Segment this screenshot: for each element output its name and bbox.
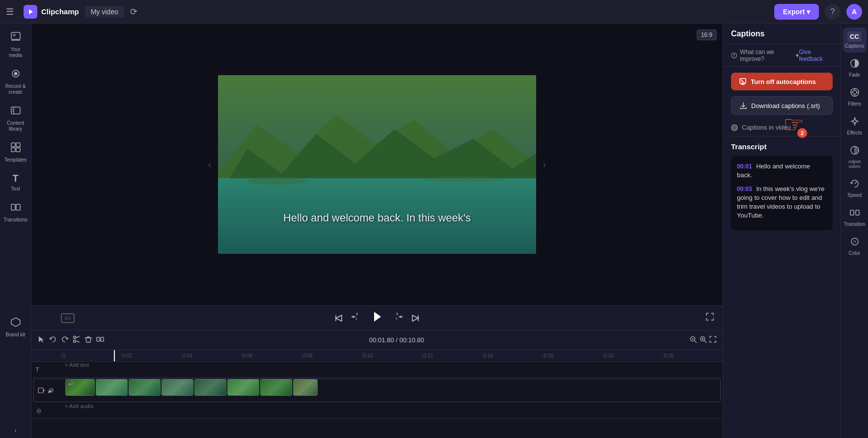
svg-text:5: 5: [355, 317, 357, 320]
transitions-label: Transitions: [3, 217, 27, 223]
text-icon: T: [12, 173, 18, 184]
text-track-row: T + Add text: [31, 362, 723, 378]
transcript-title: Transcript: [731, 142, 833, 151]
add-audio-button[interactable]: + Add audio: [61, 403, 97, 409]
sidebar-expand[interactable]: ›: [15, 427, 17, 434]
undo-button[interactable]: [49, 335, 57, 345]
text-track-content[interactable]: + Add text: [61, 362, 723, 377]
video-clip-7[interactable]: [293, 379, 318, 396]
download-captions-button[interactable]: Download captions (.srt): [731, 96, 833, 115]
play-button[interactable]: [370, 310, 384, 327]
redo-button[interactable]: [61, 335, 69, 345]
filters-icon: [850, 87, 860, 100]
video-clip-6[interactable]: [260, 379, 292, 396]
video-clip-4[interactable]: [194, 379, 226, 396]
rt-item-speed[interactable]: Speed: [843, 175, 867, 202]
video-track-content: 🔊: [63, 379, 720, 402]
project-name[interactable]: My video: [85, 6, 124, 18]
ruler-mark-10: 0:20: [662, 353, 723, 358]
svg-point-21: [247, 177, 306, 185]
far-right-toolbar: CC Captions Fade Filters Effects: [841, 24, 868, 438]
feedback-label: What can we improve?: [740, 49, 793, 62]
skip-back-button[interactable]: [334, 313, 344, 323]
give-feedback-link[interactable]: Give feedback: [799, 49, 833, 62]
sidebar-item-transitions[interactable]: Transitions: [2, 198, 29, 227]
sidebar-item-brand-kit[interactable]: Brand kit: [2, 313, 29, 342]
rt-item-effects[interactable]: Effects: [843, 112, 867, 139]
text-label: Text: [11, 186, 20, 192]
rt-item-filters[interactable]: Filters: [843, 83, 867, 110]
hamburger-menu[interactable]: ☰: [6, 6, 14, 17]
video-clip-5[interactable]: [227, 379, 259, 396]
video-clip-3[interactable]: [162, 379, 193, 396]
svg-point-22: [424, 176, 503, 182]
captions-toggle-row: Captions in video: [723, 119, 841, 137]
help-button[interactable]: ?: [825, 4, 841, 20]
cut-button[interactable]: [73, 335, 81, 345]
turn-off-label: Turn off autocaptions: [751, 78, 816, 85]
zoom-in-button[interactable]: [699, 335, 707, 345]
fit-timeline-button[interactable]: [709, 335, 717, 345]
speed-icon: [850, 179, 860, 191]
avatar[interactable]: A: [846, 4, 862, 20]
captions-rt-label: Captions: [845, 43, 864, 49]
sync-icon: ⟳: [130, 6, 137, 17]
ruler-mark-0: 0: [61, 353, 121, 358]
select-tool-button[interactable]: [37, 335, 45, 345]
transcript-entry-1: 00:03 In this week's vlog we're going to…: [737, 184, 827, 219]
text-track-icon: T: [35, 366, 39, 373]
rt-item-captions[interactable]: CC Captions: [843, 27, 867, 53]
fade-label: Fade: [849, 72, 860, 78]
ruler-mark-2: 0:04: [181, 353, 242, 358]
sidebar-item-text[interactable]: T Text: [2, 169, 29, 196]
sidebar-item-record[interactable]: Record & create: [2, 64, 29, 99]
video-clip-0[interactable]: 🔊: [65, 379, 95, 396]
svg-point-44: [853, 240, 856, 243]
svg-point-5: [14, 72, 17, 76]
svg-marker-13: [11, 318, 20, 327]
split-button[interactable]: [96, 335, 104, 345]
cc-badge[interactable]: CC: [61, 313, 75, 323]
rt-item-fade[interactable]: Fade: [843, 55, 867, 82]
sidebar-item-templates[interactable]: Templates: [2, 138, 29, 167]
preview-area: 16:9 ‹: [31, 24, 723, 305]
ruler-mark-8: 0:16: [542, 353, 602, 358]
delete-button[interactable]: [84, 335, 92, 345]
svg-rect-32: [38, 388, 43, 393]
sidebar-item-content-library[interactable]: Content library: [2, 101, 29, 136]
feedback-row: What can we improve? ▾ Give feedback: [723, 45, 841, 67]
playhead-indicator: [114, 350, 115, 361]
subtitle-text: Hello and welcome back. In this week's: [283, 212, 471, 224]
add-text-button[interactable]: + Add text: [61, 362, 93, 368]
speed-label: Speed: [847, 192, 862, 198]
fullscreen-button[interactable]: [705, 312, 715, 324]
turn-off-autocaptions-button[interactable]: Turn off autocaptions: [731, 73, 833, 90]
timeline-zoom-controls: [689, 335, 717, 345]
back5-button[interactable]: 5: [352, 313, 362, 324]
clip-audio-icon: 🔊: [68, 381, 74, 386]
skip-forward-button[interactable]: [410, 313, 420, 323]
center-content: 16:9 ‹: [31, 24, 723, 438]
forward5-button[interactable]: 5: [392, 313, 403, 324]
adjust-colors-label: Adjust colors: [845, 159, 865, 169]
rt-item-adjust-colors[interactable]: Adjust colors: [843, 141, 867, 173]
nav-arrow-left[interactable]: ‹: [208, 160, 211, 170]
media-icon: [10, 31, 21, 45]
audio-track-content[interactable]: + Add audio: [61, 403, 723, 418]
svg-rect-6: [11, 107, 20, 114]
sidebar-item-your-media[interactable]: Your media: [2, 27, 29, 62]
transition-icon: [850, 208, 860, 220]
nav-arrow-right[interactable]: ›: [543, 160, 546, 170]
rt-item-color[interactable]: Color: [843, 233, 867, 260]
timeline-ruler: 0 0:02 0:04 0:06 0:08 0:10 0:12 0:14 0:1…: [31, 350, 723, 362]
captions-toggle[interactable]: [731, 124, 738, 131]
svg-point-27: [74, 336, 76, 338]
ruler-mark-9: 0:18: [602, 353, 663, 358]
zoom-out-button[interactable]: [689, 335, 697, 345]
export-button[interactable]: Export ▾: [774, 4, 819, 20]
video-clip-1[interactable]: [96, 379, 128, 396]
content-library-icon: [10, 105, 21, 118]
video-clip-2[interactable]: [129, 379, 161, 396]
rt-item-transition[interactable]: Transition: [843, 204, 867, 231]
left-sidebar: Your media Record & create Content libra…: [0, 24, 31, 438]
